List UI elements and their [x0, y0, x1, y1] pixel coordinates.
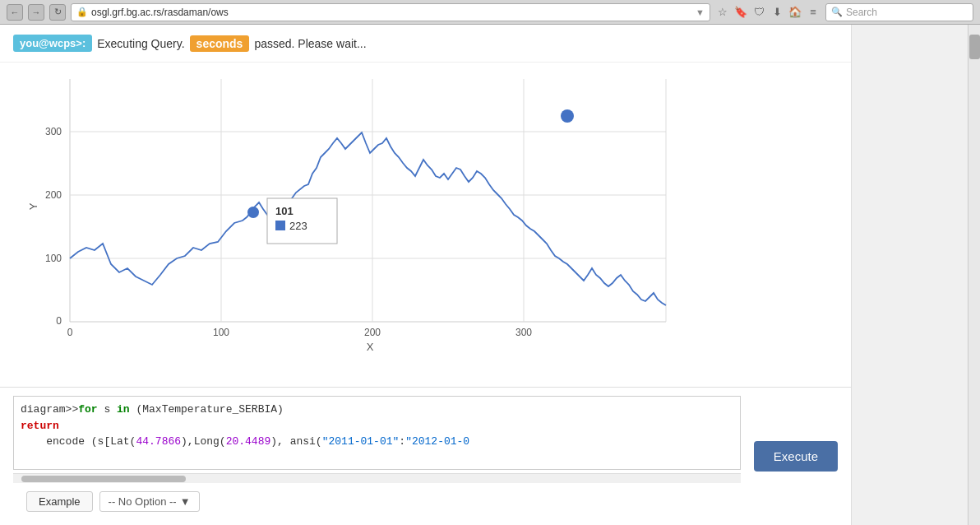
execute-button[interactable]: Execute — [754, 441, 838, 472]
svg-text:300: 300 — [515, 327, 532, 338]
code-return: return — [21, 420, 59, 432]
shield-icon[interactable]: 🛡 — [751, 5, 766, 20]
svg-text:100: 100 — [213, 327, 229, 338]
svg-text:200: 200 — [45, 189, 62, 201]
svg-rect-21 — [275, 221, 285, 230]
svg-text:223: 223 — [289, 220, 307, 232]
search-icon: 🔍 — [831, 7, 843, 17]
code-scrollbar[interactable] — [13, 473, 741, 483]
code-line1-prefix: diagram>> — [21, 403, 78, 416]
chevron-down-icon: ▼ — [180, 495, 191, 508]
bookmark-icon[interactable]: 🔖 — [733, 5, 748, 20]
right-sidebar — [851, 25, 980, 525]
dropdown-label: -- No Option -- — [109, 495, 177, 508]
url-bar[interactable]: 🔒 osgl.grf.bg.ac.rs/rasdaman/ows ▼ — [71, 3, 710, 21]
home-icon[interactable]: 🏠 — [788, 5, 802, 20]
browser-chrome: ← → ↻ 🔒 osgl.grf.bg.ac.rs/rasdaman/ows ▼… — [0, 0, 980, 25]
menu-icon[interactable]: ≡ — [806, 5, 821, 20]
top-bar: you@wcps>: Executing Query. seconds pass… — [0, 25, 851, 63]
example-button[interactable]: Example — [26, 491, 93, 512]
chart-dot-tooltip — [247, 207, 259, 218]
search-placeholder: Search — [846, 7, 877, 18]
svg-text:200: 200 — [364, 327, 381, 338]
forward-button[interactable]: → — [28, 4, 44, 21]
scrollbar-thumb[interactable] — [21, 476, 186, 482]
svg-text:101: 101 — [275, 205, 294, 217]
executing-text: Executing Query. — [97, 37, 184, 50]
no-option-dropdown[interactable]: -- No Option -- ▼ — [99, 491, 200, 512]
bottom-panel: diagram>>for s in (MaxTemperature_SERBIA… — [0, 387, 851, 525]
back-button[interactable]: ← — [7, 4, 23, 21]
chart-svg: 0 100 200 300 0 100 200 300 Y X — [25, 71, 707, 359]
right-scrollbar[interactable] — [968, 25, 980, 525]
chart-dot-upper — [561, 109, 574, 123]
code-editor[interactable]: diagram>>for s in (MaxTemperature_SERBIA… — [13, 396, 741, 470]
terminal-badge: you@wcps>: — [13, 35, 92, 52]
download-icon[interactable]: ⬇ — [770, 5, 784, 20]
main-content: you@wcps>: Executing Query. seconds pass… — [0, 25, 851, 525]
reload-button[interactable]: ↻ — [49, 4, 66, 21]
svg-text:Y: Y — [27, 202, 39, 210]
search-bar[interactable]: 🔍 Search — [825, 3, 973, 21]
star-icon[interactable]: ☆ — [715, 5, 730, 20]
svg-text:X: X — [367, 341, 374, 353]
code-in: in — [117, 403, 130, 416]
bottom-toolbar: Example -- No Option -- ▼ — [13, 486, 741, 517]
chart-wrapper: 0 100 200 300 0 100 200 300 Y X — [0, 63, 851, 387]
seconds-badge: seconds — [190, 35, 250, 52]
svg-text:0: 0 — [56, 315, 62, 327]
browser-right-icons: ☆ 🔖 🛡 ⬇ 🏠 ≡ — [715, 5, 821, 20]
svg-text:300: 300 — [45, 126, 62, 137]
svg-text:0: 0 — [67, 327, 73, 338]
url-text: osgl.grf.bg.ac.rs/rasdaman/ows — [91, 7, 692, 18]
code-for: for — [78, 403, 97, 416]
wait-text: passed. Please wait... — [254, 37, 366, 50]
scrollbar-handle[interactable] — [969, 35, 980, 59]
svg-text:100: 100 — [45, 253, 62, 264]
